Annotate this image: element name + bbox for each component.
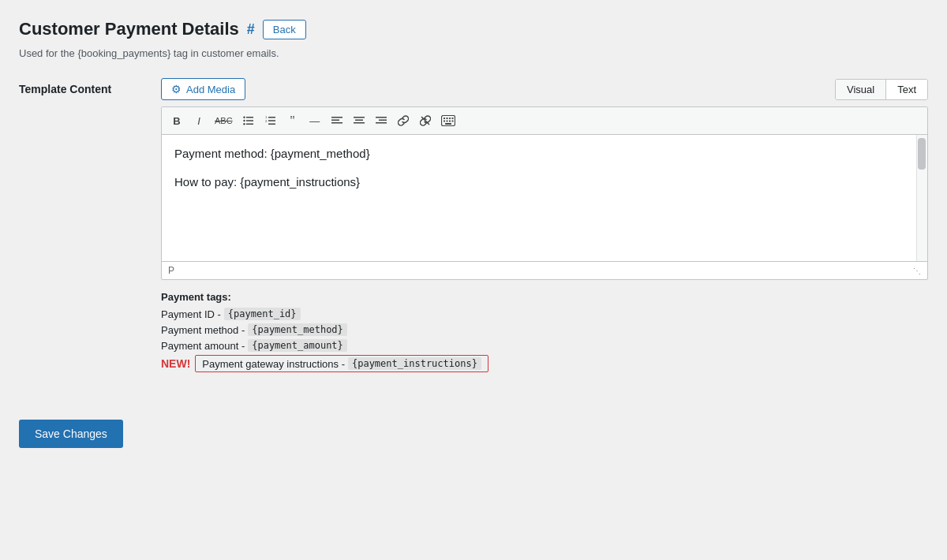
align-right-button[interactable] bbox=[371, 110, 391, 131]
svg-rect-4 bbox=[246, 124, 253, 125]
editor-content[interactable]: Payment method: {payment_method} How to … bbox=[162, 135, 927, 261]
scrollbar[interactable] bbox=[916, 135, 927, 261]
tag-code-0: {payment_id} bbox=[224, 308, 301, 320]
save-changes-button[interactable]: Save Changes bbox=[19, 420, 123, 448]
svg-rect-27 bbox=[446, 121, 447, 122]
keyboard-button[interactable] bbox=[437, 110, 459, 131]
content-line-2: How to pay: {payment_instructions} bbox=[174, 173, 915, 192]
svg-rect-28 bbox=[449, 121, 451, 122]
new-tag-label: Payment gateway instructions - bbox=[202, 358, 345, 370]
hash-icon: # bbox=[247, 21, 255, 38]
tag-row-payment-method: Payment method - {payment_method} bbox=[161, 323, 928, 336]
svg-text:2.: 2. bbox=[265, 119, 268, 123]
svg-rect-12 bbox=[331, 120, 339, 121]
svg-rect-2 bbox=[246, 120, 253, 121]
content-line-1: Payment method: {payment_method} bbox=[174, 144, 915, 163]
svg-rect-29 bbox=[451, 121, 453, 122]
page-description: Used for the {booking_payments} tag in c… bbox=[19, 47, 928, 59]
svg-point-3 bbox=[243, 120, 245, 121]
add-media-label: Add Media bbox=[186, 84, 235, 95]
align-center-button[interactable] bbox=[349, 110, 369, 131]
strikethrough-button[interactable]: ABC bbox=[211, 110, 237, 131]
svg-rect-17 bbox=[376, 117, 387, 118]
svg-point-5 bbox=[243, 123, 245, 125]
svg-rect-18 bbox=[379, 120, 387, 121]
svg-rect-11 bbox=[331, 117, 342, 118]
svg-rect-23 bbox=[446, 118, 447, 119]
hr-button[interactable]: — bbox=[305, 110, 325, 131]
tag-code-2: {payment_amount} bbox=[248, 339, 347, 352]
tab-visual[interactable]: Visual bbox=[836, 80, 886, 99]
tag-row-payment-id: Payment ID - {payment_id} bbox=[161, 308, 928, 320]
svg-rect-13 bbox=[331, 122, 342, 124]
svg-rect-19 bbox=[376, 122, 387, 124]
svg-rect-6 bbox=[268, 117, 275, 118]
editor-toolbar: B I ABC 1.2. " — bbox=[162, 107, 927, 135]
italic-button[interactable]: I bbox=[189, 110, 209, 131]
editor-toolbar-top: ⚙ Add Media Visual Text bbox=[161, 78, 928, 100]
svg-rect-15 bbox=[355, 120, 363, 121]
tag-row-payment-amount: Payment amount - {payment_amount} bbox=[161, 339, 928, 352]
payment-tags-section: Payment tags: Payment ID - {payment_id} … bbox=[161, 291, 928, 372]
editor-container: ⚙ Add Media Visual Text B I ABC bbox=[161, 78, 928, 372]
add-media-icon: ⚙ bbox=[171, 83, 182, 95]
tag-label-1: Payment method - bbox=[161, 324, 245, 336]
wp-editor: B I ABC 1.2. " — bbox=[161, 106, 928, 280]
link-button[interactable] bbox=[393, 110, 414, 131]
ul-button[interactable] bbox=[238, 110, 259, 131]
svg-rect-24 bbox=[449, 118, 451, 119]
svg-rect-10 bbox=[268, 124, 275, 125]
view-tabs: Visual Text bbox=[835, 79, 928, 100]
tags-title: Payment tags: bbox=[161, 291, 928, 303]
page-title: Customer Payment Details bbox=[19, 19, 239, 39]
page-header: Customer Payment Details # Back bbox=[19, 19, 928, 39]
back-button[interactable]: Back bbox=[263, 20, 306, 39]
svg-rect-22 bbox=[444, 118, 445, 119]
tag-label-2: Payment amount - bbox=[161, 340, 245, 352]
svg-point-1 bbox=[243, 117, 245, 118]
resize-handle[interactable]: ⋱ bbox=[913, 267, 921, 275]
svg-rect-16 bbox=[354, 122, 365, 124]
tag-row-new: NEW! Payment gateway instructions - {pay… bbox=[161, 355, 928, 372]
tab-text[interactable]: Text bbox=[886, 80, 927, 99]
editor-status-char: P bbox=[168, 265, 174, 276]
tag-label-0: Payment ID - bbox=[161, 308, 221, 320]
tag-code-1: {payment_method} bbox=[248, 323, 347, 336]
new-tag-code: {payment_instructions} bbox=[348, 357, 481, 370]
new-badge: NEW! bbox=[161, 357, 190, 370]
template-content-label: Template Content bbox=[19, 78, 145, 372]
form-row: Template Content ⚙ Add Media Visual Text… bbox=[19, 78, 928, 372]
svg-rect-30 bbox=[445, 123, 451, 125]
svg-rect-8 bbox=[268, 120, 275, 121]
scrollbar-thumb bbox=[918, 138, 926, 170]
unlink-button[interactable] bbox=[415, 110, 436, 131]
align-left-button[interactable] bbox=[327, 110, 347, 131]
editor-status-bar: P ⋱ bbox=[162, 261, 927, 279]
bold-button[interactable]: B bbox=[167, 110, 187, 131]
add-media-button[interactable]: ⚙ Add Media bbox=[161, 78, 245, 100]
ol-button[interactable]: 1.2. bbox=[260, 110, 281, 131]
svg-rect-25 bbox=[451, 118, 453, 119]
blockquote-button[interactable]: " bbox=[283, 110, 303, 131]
svg-rect-14 bbox=[354, 117, 365, 118]
new-tag-box: Payment gateway instructions - {payment_… bbox=[195, 355, 488, 372]
svg-rect-26 bbox=[444, 121, 445, 122]
svg-rect-0 bbox=[246, 117, 253, 118]
editor-area: Payment method: {payment_method} How to … bbox=[162, 135, 927, 261]
